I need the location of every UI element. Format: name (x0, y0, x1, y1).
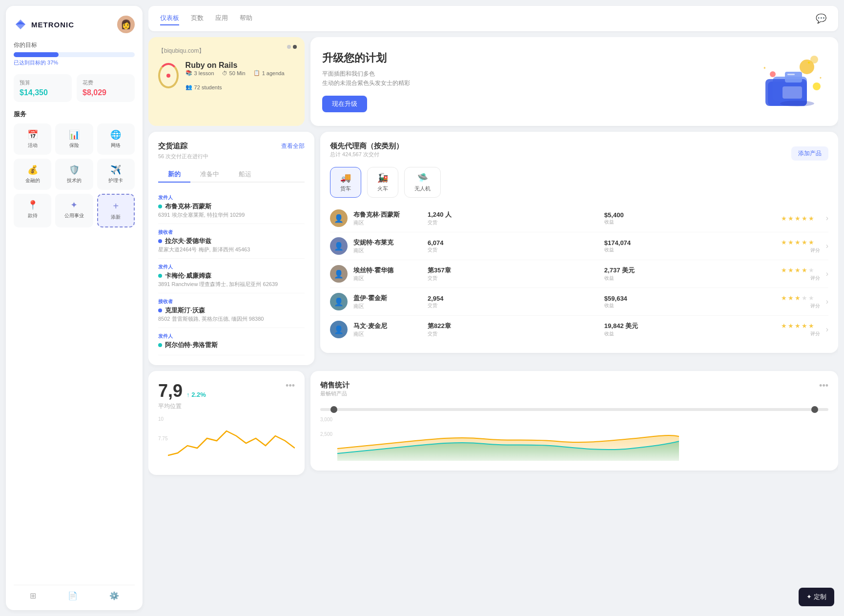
delivery-item-5: 发件人 阿尔伯特·弗洛雷斯 (158, 328, 305, 355)
rating-label-4: 评分 (781, 303, 820, 309)
sales-more-button[interactable]: ••• (819, 381, 828, 391)
agent-tab-truck[interactable]: 🚚 货车 (330, 167, 361, 198)
agent-region-1: 南区 (353, 219, 422, 226)
agent-rev-1: $5,400 收益 (604, 211, 775, 226)
tracking-header: 交货追踪 查看全部 (158, 142, 305, 151)
sales-y-2500: 2,500 (320, 431, 332, 437)
nav-help[interactable]: 帮助 (240, 12, 252, 25)
agenda-icon: 📋 (253, 70, 260, 76)
content-area: 【biqubiqu.com】 Ruby on Rails 📚 (148, 37, 838, 610)
nav-apps[interactable]: 应用 (215, 12, 228, 25)
progress-bar-fill (14, 52, 59, 57)
service-tech[interactable]: 🛡️ 技术的 (55, 159, 93, 190)
train-icon: 🚂 (377, 172, 388, 183)
delivery-item-3: 发件人 卡梅伦·威廉姆森 3891 Ranchview 理查森博士, 加利福尼亚… (158, 259, 305, 293)
row-2: 交货追踪 查看全部 56 次交付正在进行中 新的 准备中 船运 发件人 布鲁克林… (148, 132, 838, 365)
circle-inner (166, 74, 170, 78)
course-meta: 📚 3 lesson ⏱ 50 Min 📋 1 agenda (185, 70, 295, 90)
svg-point-6 (770, 71, 776, 77)
stats-more-button[interactable]: ••• (286, 381, 295, 391)
service-insurance[interactable]: 📊 保险 (55, 123, 93, 155)
agent-rev-val-5: 19,842 美元 (604, 322, 775, 330)
expense-card: 花费 $8,029 (77, 74, 135, 102)
train-label: 火车 (377, 185, 388, 192)
agent-stat-1: 1,240 人 交货 (428, 210, 598, 226)
dot-1 (287, 45, 291, 49)
sales-title-group: 销售统计 最畅销产品 (320, 381, 350, 404)
service-add[interactable]: + 添新 (97, 194, 135, 227)
agent-arrow-5[interactable]: › (826, 325, 828, 334)
nav-dashboard[interactable]: 仪表板 (160, 12, 179, 25)
svg-point-4 (810, 56, 818, 63)
agent-trans-5: 第822章 (428, 322, 598, 330)
agent-tab-train[interactable]: 🚂 火车 (367, 167, 398, 198)
budget-value: $14,350 (20, 88, 66, 97)
app-name: METRONIC (31, 21, 74, 29)
agent-info-2: 安妮特·布莱克 南区 (353, 238, 422, 254)
course-agenda: 📋 1 agenda (253, 70, 285, 76)
tab-preparing[interactable]: 准备中 (190, 167, 229, 183)
agent-arrow-2[interactable]: › (826, 242, 828, 250)
tech-label: 技术的 (67, 177, 82, 184)
agent-info-5: 马文·麦金尼 南区 (353, 322, 422, 338)
agent-row-5: 👤 马文·麦金尼 南区 第822章 交货 19,842 美元 收益 (330, 316, 828, 343)
upgrade-button[interactable]: 现在升级 (322, 96, 367, 112)
layers-icon[interactable]: ⊞ (30, 591, 36, 600)
agent-avatar-4: 👤 (330, 293, 348, 310)
service-hospitality[interactable]: 📍 款待 (14, 194, 51, 227)
agent-stat-2: 6,074 交货 (428, 239, 598, 253)
settings-icon[interactable]: ⚙️ (109, 591, 119, 600)
hospitality-label: 款待 (28, 212, 38, 219)
sidebar-header: METRONIC 👩 (14, 16, 135, 33)
service-finance[interactable]: 💰 金融的 (14, 159, 51, 190)
chart-y-775: 7.75 (158, 436, 167, 441)
customize-button[interactable]: ✦ 定制 (799, 588, 834, 606)
agent-rev-val-1: $5,400 (604, 211, 775, 219)
agent-rev-4: $59,634 收益 (604, 295, 775, 309)
services-section: 服务 📅 活动 📊 保险 🌐 网络 💰 金融的 🛡️ 技术的 (14, 110, 135, 227)
delivery-item-2: 接收者 拉尔夫·爱德华兹 星家大道2464号 梅萨, 新泽西州 45463 (158, 224, 305, 259)
upgrade-desc: 平面插图和我们多色 生动的未混合紫色头发女士的精彩 (322, 69, 410, 88)
agent-arrow-3[interactable]: › (826, 269, 828, 278)
sidebar-footer: ⊞ 📄 ⚙️ (14, 585, 135, 600)
dot-green-2 (158, 274, 162, 278)
row-1: 【biqubiqu.com】 Ruby on Rails 📚 (148, 37, 838, 126)
dot-green-3 (158, 343, 162, 347)
tracking-card: 交货追踪 查看全部 56 次交付正在进行中 新的 准备中 船运 发件人 布鲁克林… (148, 132, 314, 365)
agent-rating-col-2: ★ ★ ★ ★ ★ 评分 (781, 239, 820, 254)
service-network[interactable]: 🌐 网络 (97, 123, 135, 155)
slider-thumb-right[interactable] (811, 406, 818, 413)
upgrade-content: 升级您的计划 平面插图和我们多色 生动的未混合紫色头发女士的精彩 现在升级 (322, 51, 410, 112)
network-label: 网络 (111, 142, 121, 149)
agent-arrow-1[interactable]: › (826, 214, 828, 223)
service-care[interactable]: ✈️ 护理卡 (97, 159, 135, 190)
add-product-button[interactable]: 添加产品 (791, 146, 828, 161)
role-3: 发件人 (158, 264, 305, 270)
expense-value: $8,029 (82, 88, 129, 97)
service-utilities[interactable]: ✦ 公用事业 (55, 194, 93, 227)
agent-trans-2: 6,074 (428, 239, 598, 246)
agent-info-1: 布鲁克林·西蒙斯 南区 (353, 210, 422, 226)
view-all-link[interactable]: 查看全部 (281, 142, 305, 150)
rating-label-3: 评分 (781, 275, 820, 282)
tab-shipping[interactable]: 船运 (229, 167, 261, 183)
agent-arrow-4[interactable]: › (826, 297, 828, 306)
agent-trans-label-2: 交货 (428, 246, 598, 253)
avatar[interactable]: 👩 (117, 16, 135, 33)
slider-thumb-left[interactable] (330, 406, 337, 413)
utilities-icon: ✦ (70, 200, 78, 210)
docs-icon[interactable]: 📄 (68, 591, 78, 600)
service-activities[interactable]: 📅 活动 (14, 123, 51, 155)
agent-tab-drone[interactable]: 🛸 无人机 (404, 167, 441, 198)
slider-track[interactable] (320, 408, 828, 411)
row-3: 7,9 ↑ 2.2% 平均位置 ••• 10 7.75 (148, 371, 838, 475)
course-progress-circle (158, 63, 179, 88)
star-5-3: ★ (795, 322, 801, 329)
name-3: 卡梅伦·威廉姆森 (158, 271, 305, 280)
rating-label-2: 评分 (781, 247, 820, 254)
tab-new[interactable]: 新的 (158, 167, 190, 183)
agent-name-4: 盖伊·霍金斯 (353, 294, 422, 303)
addr-1: 6391 埃尔全塞莱斯, 特拉华州 10299 (158, 211, 305, 219)
nav-pages[interactable]: 页数 (191, 12, 204, 25)
notification-icon[interactable]: 💬 (816, 13, 826, 24)
